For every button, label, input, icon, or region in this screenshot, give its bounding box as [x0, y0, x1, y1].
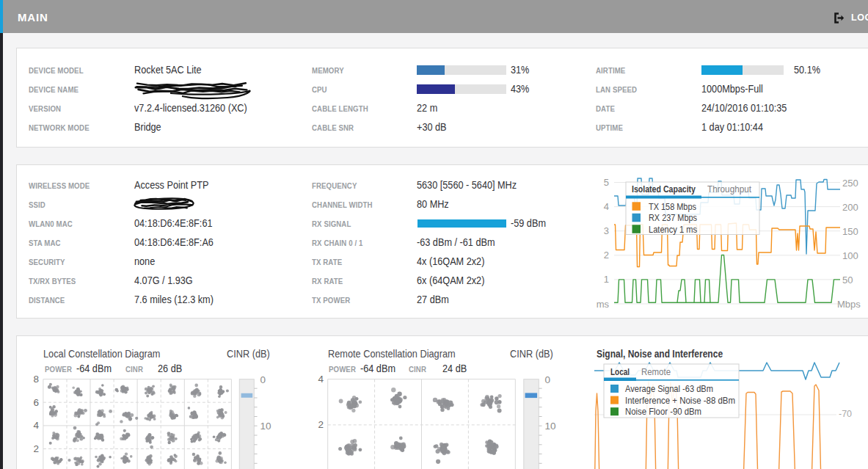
svg-text:Average Signal -63 dBm: Average Signal -63 dBm: [625, 383, 713, 394]
svg-text:200: 200: [842, 202, 858, 213]
svg-text:Throughput: Throughput: [707, 183, 751, 194]
svg-text:4: 4: [33, 420, 39, 431]
svg-text:250: 250: [842, 178, 858, 189]
svg-text:Latency 1 ms: Latency 1 ms: [649, 224, 697, 235]
svg-text:Isolated Capacity: Isolated Capacity: [632, 183, 696, 194]
svg-text:0: 0: [545, 374, 551, 385]
svg-text:RX 237 Mbps: RX 237 Mbps: [649, 212, 697, 223]
svg-text:-70: -70: [839, 409, 852, 419]
svg-text:2: 2: [318, 419, 324, 430]
svg-text:ms: ms: [597, 299, 610, 310]
svg-text:0: 0: [260, 374, 266, 385]
svg-text:3: 3: [604, 225, 609, 236]
svg-text:2: 2: [33, 443, 39, 454]
svg-text:Interference + Noise -88 dBm: Interference + Noise -88 dBm: [625, 395, 735, 406]
svg-text:Local: Local: [610, 366, 630, 377]
svg-text:10: 10: [260, 421, 271, 432]
svg-text:1: 1: [604, 274, 609, 285]
svg-text:50: 50: [842, 275, 853, 286]
svg-text:4: 4: [318, 374, 324, 385]
svg-text:4: 4: [604, 201, 609, 212]
svg-text:150: 150: [842, 226, 858, 237]
svg-text:TX 158 Mbps: TX 158 Mbps: [649, 201, 696, 212]
svg-text:8: 8: [33, 374, 39, 385]
svg-text:5: 5: [604, 177, 609, 188]
svg-text:6: 6: [33, 397, 39, 408]
svg-text:100: 100: [842, 250, 858, 261]
svg-text:Mbps: Mbps: [837, 299, 861, 310]
svg-text:10: 10: [545, 421, 556, 432]
svg-text:Remote: Remote: [641, 366, 671, 377]
svg-text:2: 2: [604, 250, 609, 261]
svg-text:Noise Floor -90 dBm: Noise Floor -90 dBm: [625, 406, 701, 417]
